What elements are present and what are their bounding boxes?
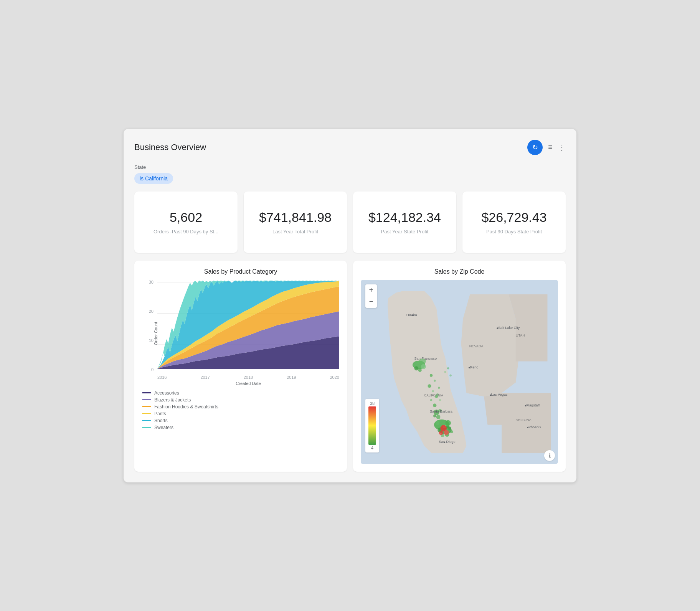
legend-item-shorts: Shorts [142, 418, 339, 423]
more-button[interactable]: ⋮ [558, 143, 566, 152]
legend-color-accessories [142, 392, 151, 393]
svg-point-18 [439, 399, 441, 401]
svg-text:Las Vegas: Las Vegas [491, 393, 508, 396]
filter-chip-text: is California [140, 175, 168, 182]
header: Business Overview ↻ ≡ ⋮ [134, 140, 566, 155]
filter-icon: ≡ [548, 143, 553, 152]
x-label-2020: 2020 [330, 375, 339, 380]
x-label-2019: 2019 [287, 375, 296, 380]
svg-point-61 [527, 427, 528, 428]
legend-color-sweaters [142, 427, 151, 428]
svg-point-37 [439, 431, 443, 435]
legend-color-shorts [142, 420, 151, 421]
kpi-value-orders: 5,602 [170, 210, 202, 225]
map-svg: San Francisco Eureka NEVADA CALIFORNIA U… [361, 280, 558, 464]
legend-color-hoodies [142, 406, 151, 407]
x-label-2017: 2017 [200, 375, 210, 380]
svg-point-20 [438, 386, 440, 389]
svg-point-38 [444, 371, 447, 373]
more-icon: ⋮ [558, 143, 566, 152]
x-label-2018: 2018 [244, 375, 253, 380]
legend-item-pants: Pants [142, 411, 339, 416]
y-label-0: 0 [151, 367, 154, 372]
header-actions: ↻ ≡ ⋮ [527, 140, 566, 155]
svg-point-51 [497, 327, 498, 329]
svg-text:ARIZONA: ARIZONA [516, 418, 532, 422]
kpi-card-last-year-profit: $741,841.98 Last Year Total Profit [244, 192, 347, 253]
legend-label-blazers: Blazers & Jackets [154, 397, 191, 403]
refresh-button[interactable]: ↻ [527, 140, 543, 155]
chart-area [157, 280, 339, 372]
svg-text:NEVADA: NEVADA [469, 344, 484, 348]
legend-color-pants [142, 413, 151, 414]
zoom-out-button[interactable]: − [365, 296, 377, 308]
svg-point-39 [447, 367, 449, 370]
info-icon: ℹ [549, 452, 551, 459]
svg-text:UTAH: UTAH [516, 334, 525, 337]
area-chart-container: 30 20 10 0 Order Count [142, 280, 339, 387]
legend-label-sweaters: Sweaters [154, 425, 173, 430]
legend-item-accessories: Accessories [142, 390, 339, 396]
kpi-label-orders: Orders -Past 90 Days by St... [154, 229, 218, 234]
svg-point-11 [430, 374, 433, 377]
kpi-value-last-year-profit: $741,841.98 [259, 210, 332, 225]
legend-label-shorts: Shorts [154, 418, 168, 423]
kpi-row: 5,602 Orders -Past 90 Days by St... $741… [134, 192, 566, 253]
chart-legend: Accessories Blazers & Jackets Fashion Ho… [142, 390, 339, 430]
scale-min: 4 [371, 446, 373, 450]
kpi-label-past-90-profit: Past 90 Days State Profit [486, 229, 542, 234]
svg-text:Eureka: Eureka [406, 313, 417, 317]
svg-point-59 [525, 405, 527, 406]
area-chart-svg [157, 280, 339, 372]
svg-text:Phoenix: Phoenix [528, 425, 542, 429]
svg-point-16 [430, 399, 433, 401]
kpi-card-past-90-profit: $26,729.43 Past 90 Days State Profit [462, 192, 566, 253]
page-title: Business Overview [134, 142, 206, 152]
filter-button[interactable]: ≡ [548, 143, 553, 152]
dashboard: Business Overview ↻ ≡ ⋮ State is Califor… [124, 129, 576, 482]
x-axis-title: Created Date [157, 381, 339, 386]
svg-point-27 [436, 421, 440, 425]
svg-text:Salt Lake City: Salt Lake City [498, 326, 520, 330]
kpi-card-past-year-profit: $124,182.34 Past Year State Profit [353, 192, 456, 253]
sales-by-zip-card: Sales by Zip Code [353, 261, 566, 472]
filter-label: State [134, 164, 566, 170]
zoom-in-button[interactable]: + [365, 284, 377, 296]
map-container[interactable]: San Francisco Eureka NEVADA CALIFORNIA U… [361, 280, 558, 464]
svg-point-10 [416, 362, 419, 364]
legend-item-hoodies: Fashion Hoodies & Sweatshirts [142, 404, 339, 410]
sales-by-category-card: Sales by Product Category 30 20 10 0 Ord… [134, 261, 347, 472]
svg-point-33 [450, 430, 453, 433]
svg-point-17 [433, 403, 436, 407]
kpi-card-orders: 5,602 Orders -Past 90 Days by St... [134, 192, 238, 253]
map-info-button[interactable]: ℹ [544, 450, 555, 461]
svg-point-55 [436, 411, 437, 412]
sales-by-category-title: Sales by Product Category [142, 268, 339, 275]
svg-text:San Diego: San Diego [439, 440, 456, 444]
svg-text:San Francisco: San Francisco [414, 356, 437, 360]
sales-by-zip-title: Sales by Zip Code [361, 268, 558, 275]
x-label-2016: 2016 [157, 375, 167, 380]
scale-bar [368, 406, 376, 445]
y-label-10: 10 [149, 338, 154, 343]
legend-label-hoodies: Fashion Hoodies & Sweatshirts [154, 404, 218, 410]
map-zoom-controls: + − [365, 284, 377, 308]
svg-point-53 [490, 394, 491, 396]
svg-point-24 [436, 414, 440, 419]
kpi-value-past-90-profit: $26,729.43 [481, 210, 546, 225]
svg-point-8 [418, 368, 422, 372]
svg-point-7 [414, 366, 419, 370]
svg-point-34 [448, 426, 451, 430]
svg-text:Flagstaff: Flagstaff [526, 403, 540, 407]
svg-point-57 [444, 441, 446, 443]
filter-section: State is California [134, 164, 566, 184]
refresh-icon: ↻ [532, 143, 538, 152]
svg-point-12 [434, 380, 436, 382]
legend-label-accessories: Accessories [154, 390, 179, 396]
svg-point-36 [444, 430, 449, 435]
svg-text:Santa Barbara: Santa Barbara [430, 409, 453, 413]
filter-chip[interactable]: is California [134, 173, 173, 184]
kpi-label-past-year-profit: Past Year State Profit [381, 229, 429, 234]
legend-color-blazers [142, 399, 151, 400]
y-label-20: 20 [149, 309, 154, 314]
